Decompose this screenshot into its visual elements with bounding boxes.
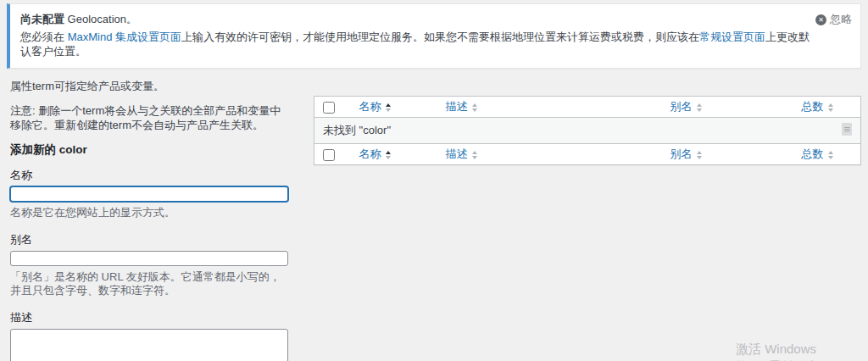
name-help-text: 名称是它在您网站上的显示方式。 xyxy=(10,206,288,219)
dismiss-label: 忽略 xyxy=(830,12,852,27)
sort-icon xyxy=(697,151,702,159)
maxmind-settings-link[interactable]: MaxMind 集成设置页面 xyxy=(68,31,181,43)
description-field: 描述 描述默认不显示，但某些主题可能会显示。 xyxy=(10,310,288,361)
sort-icon xyxy=(472,103,477,112)
sort-icon xyxy=(386,103,391,112)
description-label: 描述 xyxy=(10,310,288,325)
name-input[interactable] xyxy=(10,186,288,202)
sort-icon xyxy=(386,151,391,159)
geolocation-notice: ✕ 忽略 尚未配置 Geolocation。 您必须在 MaxMind 集成设置… xyxy=(7,3,861,69)
column-header-slug[interactable]: 别名 xyxy=(662,97,793,118)
column-header-name[interactable]: 名称 xyxy=(351,97,437,118)
sort-icon xyxy=(697,103,702,112)
column-footer-slug[interactable]: 别名 xyxy=(662,144,793,165)
notice-body: 您必须在 MaxMind 集成设置页面上输入有效的许可密钥，才能使用地理定位服务… xyxy=(20,30,810,58)
sort-icon xyxy=(828,103,833,112)
select-all-checkbox[interactable] xyxy=(323,102,335,114)
column-footer-description[interactable]: 描述 xyxy=(437,144,662,165)
sort-icon xyxy=(472,151,477,159)
slug-field: 别名 「别名」是名称的 URL 友好版本。它通常都是小写的，并且只包含字母、数字… xyxy=(10,232,288,297)
add-new-term-heading: 添加新的 color xyxy=(10,142,288,158)
name-label: 名称 xyxy=(10,168,288,183)
dismiss-icon: ✕ xyxy=(815,14,826,25)
general-settings-link[interactable]: 常规设置页面 xyxy=(699,31,765,43)
drag-handle-icon[interactable]: ≡ xyxy=(842,123,852,136)
watermark-line1: 激活 Windows xyxy=(736,342,868,356)
notice-title-bold: 尚未配置 xyxy=(20,13,64,25)
activate-windows-watermark: 激活 Windows 转到"设置"以激活 Windows。 xyxy=(736,342,868,361)
slug-label: 别名 xyxy=(10,232,288,247)
no-items-text: 未找到 "color" xyxy=(323,124,391,136)
slug-help-text: 「别名」是名称的 URL 友好版本。它通常都是小写的，并且只包含字母、数字和连字… xyxy=(10,270,288,297)
slug-input[interactable] xyxy=(10,251,288,266)
dismiss-notice-button[interactable]: ✕ 忽略 xyxy=(815,12,852,27)
table-footer-row: 名称 描述 别名 总数 xyxy=(314,144,861,165)
empty-results-row: ≡ 未找到 "color" xyxy=(314,118,861,144)
column-header-description[interactable]: 描述 xyxy=(437,97,662,118)
name-field: 名称 名称是它在您网站上的显示方式。 xyxy=(10,168,288,219)
column-footer-name[interactable]: 名称 xyxy=(351,144,437,165)
column-header-count[interactable]: 总数 xyxy=(793,97,861,118)
column-footer-count[interactable]: 总数 xyxy=(793,144,861,165)
notice-title: 尚未配置 Geolocation。 xyxy=(20,12,810,26)
attributes-note-text: 注意: 删除一个term将会从与之关联的全部产品和变量中移除它。重新创建的ter… xyxy=(10,103,288,132)
attributes-intro-text: 属性term可指定给产品或变量。 xyxy=(10,79,288,93)
terms-table-panel: 名称 描述 别名 总数 ≡ 未找到 "color" 名称 xyxy=(314,79,861,165)
table-header-row: 名称 描述 别名 总数 xyxy=(314,97,861,118)
select-all-checkbox-footer[interactable] xyxy=(323,149,335,161)
content-columns: 属性term可指定给产品或变量。 注意: 删除一个term将会从与之关联的全部产… xyxy=(0,79,868,361)
terms-table: 名称 描述 别名 总数 ≡ 未找到 "color" 名称 xyxy=(314,96,861,165)
description-textarea[interactable] xyxy=(10,329,288,361)
add-term-form: 属性term可指定给产品或变量。 注意: 删除一个term将会从与之关联的全部产… xyxy=(7,79,300,361)
sort-icon xyxy=(828,151,833,159)
